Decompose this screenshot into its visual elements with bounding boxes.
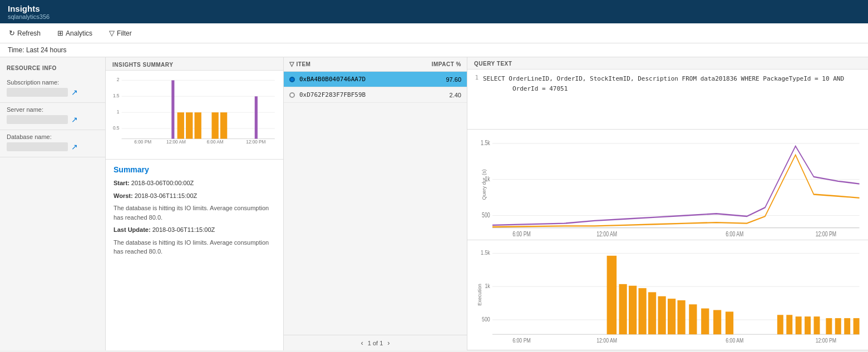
svg-text:6:00 PM: 6:00 PM xyxy=(512,230,531,238)
database-link-icon[interactable]: ↗ xyxy=(71,142,78,151)
server-item: Server name: ↗ xyxy=(0,103,105,130)
next-page-button[interactable]: › xyxy=(387,339,389,347)
impact-col-label: IMPACT % xyxy=(432,61,461,67)
subscription-value-row: ↗ xyxy=(7,88,98,97)
item-dot-outline xyxy=(289,92,295,98)
last-update-line: Last Update: 2018-03-06T11:15:00Z xyxy=(114,225,275,235)
svg-text:12:00 PM: 12:00 PM xyxy=(816,336,836,343)
description-2: The database is hitting its IO limits. A… xyxy=(114,238,275,256)
svg-rect-11 xyxy=(186,112,193,138)
svg-text:2: 2 xyxy=(117,77,120,82)
worst-value: 2018-03-06T11:15:00Z xyxy=(135,192,198,199)
start-line: Start: 2018-03-06T00:00:00Z xyxy=(114,179,275,188)
insights-chart-area: 2 1.5 1 0.5 xyxy=(106,71,283,160)
prev-page-button[interactable]: ‹ xyxy=(361,339,363,347)
svg-rect-38 xyxy=(607,255,617,334)
item-impact-1: 97.60 xyxy=(439,76,461,83)
database-label: Database name: xyxy=(7,133,98,140)
worst-line: Worst: 2018-03-06T11:15:00Z xyxy=(114,191,275,201)
item-row[interactable]: 0xD762F283F7FBF59B 2.40 xyxy=(284,87,467,103)
subscription-link-icon[interactable]: ↗ xyxy=(71,88,78,97)
start-value: 2018-03-06T00:00:00Z xyxy=(131,180,194,186)
database-value-box xyxy=(7,142,68,151)
svg-text:1: 1 xyxy=(117,110,120,115)
filter-col-icon: ▽ xyxy=(289,61,294,68)
svg-rect-47 xyxy=(701,308,709,334)
time-label: Time: Last 24 hours xyxy=(8,46,67,54)
page-of: of xyxy=(373,340,379,346)
svg-rect-55 xyxy=(826,318,832,334)
execution-svg: 1.5k 1k 500 xyxy=(473,244,862,349)
page-total: 1 xyxy=(379,340,383,346)
svg-text:1.5k: 1.5k xyxy=(481,138,490,146)
svg-rect-13 xyxy=(211,112,218,138)
svg-rect-45 xyxy=(678,300,685,334)
svg-rect-14 xyxy=(220,112,227,138)
resource-panel: RESOURCE INFO Subscription name: ↗ Serve… xyxy=(0,57,106,350)
svg-text:6:00 AM: 6:00 AM xyxy=(726,230,743,238)
worst-key: Worst: xyxy=(114,192,133,199)
filter-button[interactable]: ▽ Filter xyxy=(106,27,135,39)
svg-text:1.5: 1.5 xyxy=(113,93,120,98)
app-header: Insights sqlanalytics356 xyxy=(0,0,868,23)
svg-text:0.5: 0.5 xyxy=(113,126,120,131)
svg-text:6:00 AM: 6:00 AM xyxy=(726,336,743,343)
svg-rect-10 xyxy=(177,112,184,138)
svg-text:12:00 AM: 12:00 AM xyxy=(166,140,186,145)
refresh-label: Refresh xyxy=(17,29,41,37)
query-duration-chart-box: 1.5k 1k 500 6:00 PM xyxy=(467,130,868,240)
svg-text:500: 500 xyxy=(482,211,490,219)
item-name-2: 0xD762F283F7FBF59B xyxy=(299,91,439,98)
analytics-icon: ⊞ xyxy=(57,29,63,37)
server-value-row: ↗ xyxy=(7,115,98,124)
items-panel: ▽ ITEM IMPACT % 0xBA4B0B040746AA7D 97.60… xyxy=(284,57,467,350)
query-text-title: QUERY TEXT xyxy=(467,57,868,70)
svg-text:12:00 PM: 12:00 PM xyxy=(816,230,836,238)
right-charts: 1.5k 1k 500 6:00 PM xyxy=(467,130,868,350)
svg-text:6:00 PM: 6:00 PM xyxy=(512,336,531,343)
server-label: Server name: xyxy=(7,106,98,113)
svg-text:12:00 AM: 12:00 AM xyxy=(596,230,617,238)
svg-text:12:00 PM: 12:00 PM xyxy=(246,140,265,145)
svg-rect-46 xyxy=(689,304,697,334)
app-title: Insights xyxy=(8,4,860,13)
query-line-number: 1 xyxy=(470,74,483,93)
analytics-button[interactable]: ⊞ Analytics xyxy=(54,27,96,39)
item-impact-2: 2.40 xyxy=(439,92,461,98)
item-row[interactable]: 0xBA4B0B040746AA7D 97.60 xyxy=(284,72,467,87)
svg-text:6:00 AM: 6:00 AM xyxy=(207,140,224,145)
filter-label: Filter xyxy=(117,29,132,37)
page-info: 1 of 1 xyxy=(368,340,383,346)
toolbar: ↻ Refresh ⊞ Analytics ▽ Filter xyxy=(0,23,868,43)
app-subtitle: sqlanalytics356 xyxy=(8,13,860,20)
page-current: 1 xyxy=(368,340,371,346)
item-dot-blue xyxy=(289,77,295,82)
description-1: The database is hitting its IO limits. A… xyxy=(114,204,275,222)
main-layout: RESOURCE INFO Subscription name: ↗ Serve… xyxy=(0,57,868,350)
analytics-label: Analytics xyxy=(66,29,92,37)
subscription-item: Subscription name: ↗ xyxy=(0,76,105,103)
item-col-label: ITEM xyxy=(297,61,311,67)
insights-panel-title: INSIGHTS SUMMARY xyxy=(106,57,283,71)
svg-text:1k: 1k xyxy=(485,282,490,289)
svg-rect-39 xyxy=(619,284,627,334)
query-dur-chart-container: 1.5k 1k 500 6:00 PM xyxy=(473,133,862,239)
last-update-key: Last Update: xyxy=(114,226,151,233)
svg-rect-50 xyxy=(777,315,783,334)
items-footer: ‹ 1 of 1 › xyxy=(284,335,467,350)
refresh-icon: ↻ xyxy=(9,29,15,37)
server-link-icon[interactable]: ↗ xyxy=(71,115,78,124)
refresh-button[interactable]: ↻ Refresh xyxy=(6,27,44,39)
server-value-box xyxy=(7,115,68,124)
svg-rect-9 xyxy=(171,80,174,138)
query-text-box: QUERY TEXT 1 SELECT OrderLineID, OrderID… xyxy=(467,57,868,130)
svg-rect-40 xyxy=(629,285,637,334)
insights-panel: INSIGHTS SUMMARY 2 1.5 1 0.5 xyxy=(106,57,284,350)
svg-text:1.5k: 1.5k xyxy=(481,249,490,256)
items-header-item-col: ▽ ITEM xyxy=(289,61,310,68)
filter-icon: ▽ xyxy=(109,29,115,37)
svg-rect-48 xyxy=(713,310,721,334)
query-content: 1 SELECT OrderLineID, OrderID, StockItem… xyxy=(467,70,868,98)
svg-rect-54 xyxy=(814,316,820,334)
execution-y-label: Execution xyxy=(477,284,482,306)
